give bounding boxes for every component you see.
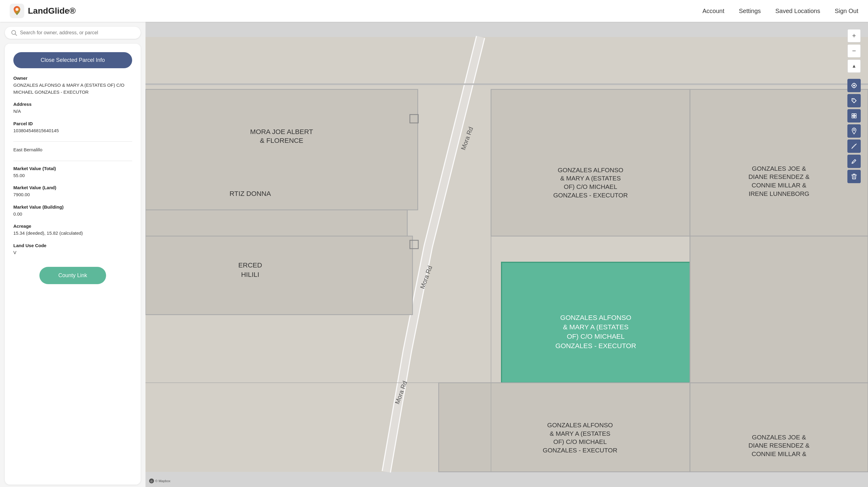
owner-field: Owner GONZALES ALFONSO & MARY A (ESTATES… [13,75,132,95]
svg-text:OF) C/O MICHAEL: OF) C/O MICHAEL [553,438,607,445]
svg-text:DIANE RESENDEZ &: DIANE RESENDEZ & [749,173,810,180]
svg-text:OF) C/O MICHAEL: OF) C/O MICHAEL [567,333,625,340]
market-value-building-label: Market Value (Building) [13,204,132,210]
svg-rect-56 [855,114,856,116]
search-bar[interactable] [5,27,141,39]
svg-text:GONZALES - EXECUTOR: GONZALES - EXECUTOR [543,447,617,454]
svg-point-48 [853,85,855,86]
svg-rect-13 [690,383,868,472]
svg-rect-58 [855,116,856,118]
svg-text:GONZALES ALFONSO: GONZALES ALFONSO [558,166,623,174]
mapbox-attribution: ⊙ © Mapbox [149,479,170,483]
mapbox-logo: ⊙ © Mapbox [149,479,170,483]
zoom-in-button[interactable]: + [847,29,861,42]
land-use-code-field: Land Use Code V [13,243,132,256]
owner-value: GONZALES ALFONSO & MARY A (ESTATES OF) C… [13,82,132,95]
svg-text:GONZALES ALFONSO: GONZALES ALFONSO [560,314,631,322]
mapbox-logo-icon: ⊙ [149,479,154,483]
parcel-id-value: 103804546815640145 [13,127,132,134]
layers-button[interactable] [847,109,861,122]
svg-line-64 [855,144,855,145]
nav-links: Account Settings Saved Locations Sign Ou… [703,7,858,14]
svg-text:MORA JOE ALBERT: MORA JOE ALBERT [250,128,313,135]
map-area[interactable]: MORA JOE ALBERT & FLORENCE RTIZ DONNA ER… [146,22,868,487]
draw-icon [851,158,857,164]
market-value-total-value: 55.00 [13,172,132,179]
nav-settings[interactable]: Settings [739,7,761,14]
svg-text:& MARY A (ESTATES: & MARY A (ESTATES [560,175,621,182]
svg-rect-55 [852,114,854,116]
search-icon [11,30,17,36]
land-use-code-label: Land Use Code [13,243,132,248]
owner-label: Owner [13,75,132,81]
zoom-out-button[interactable]: − [847,44,861,58]
measure-button[interactable] [847,140,861,153]
svg-line-62 [852,147,853,147]
nav-saved-locations[interactable]: Saved Locations [775,7,820,14]
market-value-land-value: 7900.00 [13,191,132,198]
county-link-button[interactable]: County Link [39,267,106,284]
svg-text:RTIZ DONNA: RTIZ DONNA [229,190,271,197]
svg-text:ERCED: ERCED [238,262,262,269]
svg-text:OF) C/O MICHAEL: OF) C/O MICHAEL [564,183,617,190]
svg-line-63 [854,146,854,146]
svg-text:GONZALES - EXECUTOR: GONZALES - EXECUTOR [555,342,636,349]
svg-text:GONZALES JOE &: GONZALES JOE & [752,165,806,172]
svg-line-4 [15,34,17,35]
parcel-id-field: Parcel ID 103804546815640145 [13,121,132,134]
svg-rect-10 [146,236,412,315]
address-value: N/A [13,108,132,115]
map-controls: + − ▲ [847,29,861,183]
locate-button[interactable] [847,79,861,92]
svg-line-65 [852,162,853,163]
svg-text:& MARY A (ESTATES: & MARY A (ESTATES [550,430,610,437]
acreage-value: 15.34 (deeded), 15.82 (calculated) [13,230,132,237]
svg-rect-57 [852,116,854,118]
parcel-card-bottom: County Link [13,262,132,294]
market-value-land-label: Market Value (Land) [13,185,132,190]
logo-text: LandGlide® [28,6,76,16]
logo-area: LandGlide® [10,4,76,18]
address-label: Address [13,101,132,107]
acreage-label: Acreage [13,223,132,229]
search-input[interactable] [20,30,134,35]
close-parcel-button[interactable]: Close Selected Parcel Info [13,52,132,68]
svg-rect-6 [146,89,417,210]
svg-text:GONZALES JOE &: GONZALES JOE & [752,434,806,440]
svg-point-59 [854,129,855,131]
north-reset-button[interactable]: ▲ [847,59,861,73]
market-value-building-field: Market Value (Building) 0.00 [13,204,132,218]
city-value: East Bernalillo [13,147,132,153]
pin-button[interactable] [847,124,861,138]
market-value-building-value: 0.00 [13,211,132,218]
pin-icon [851,128,857,134]
svg-text:CONNIE MILLAR &: CONNIE MILLAR & [752,450,806,457]
market-value-total-label: Market Value (Total) [13,166,132,171]
svg-point-54 [853,99,854,100]
svg-text:IRENE LUNNEBORG: IRENE LUNNEBORG [749,190,809,197]
nav-sign-out[interactable]: Sign Out [835,7,858,14]
tag-button[interactable] [847,94,861,108]
main-layout: Close Selected Parcel Info Owner GONZALE… [0,22,868,487]
svg-text:GONZALES - EXECUTOR: GONZALES - EXECUTOR [553,192,628,199]
market-value-land-field: Market Value (Land) 7900.00 [13,185,132,198]
header: LandGlide® Account Settings Saved Locati… [0,0,868,22]
delete-icon [851,174,857,180]
address-field: Address N/A [13,101,132,115]
tag-icon [851,98,857,104]
svg-text:HILILI: HILILI [241,271,259,278]
layers-icon [851,113,857,119]
svg-text:GONZALES ALFONSO: GONZALES ALFONSO [547,422,613,428]
svg-text:& MARY A (ESTATES: & MARY A (ESTATES [563,323,628,331]
market-value-total-field: Market Value (Total) 55.00 [13,166,132,179]
nav-account[interactable]: Account [703,7,724,14]
svg-rect-9 [690,89,868,236]
draw-button[interactable] [847,155,861,168]
svg-rect-14 [690,236,868,383]
svg-point-2 [16,8,19,11]
svg-text:CONNIE MILLAR &: CONNIE MILLAR & [752,182,806,189]
acreage-field: Acreage 15.34 (deeded), 15.82 (calculate… [13,223,132,237]
svg-rect-8 [491,89,690,236]
delete-button[interactable] [847,170,861,183]
sidebar: Close Selected Parcel Info Owner GONZALE… [0,22,146,487]
